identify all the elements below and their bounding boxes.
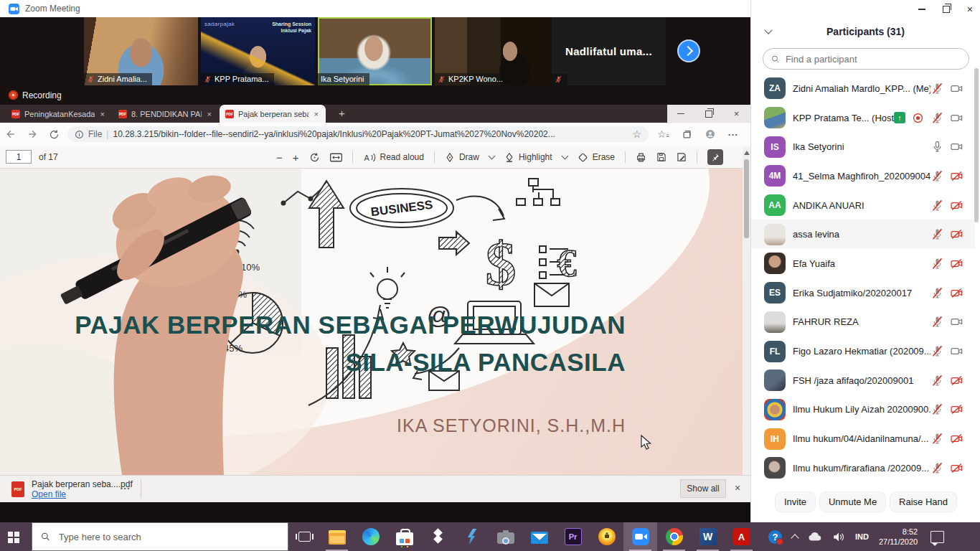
panel-scrollbar-thumb[interactable]: [974, 68, 979, 222]
participant-row[interactable]: FSH /jaza afifaqo/202009001: [751, 366, 975, 395]
favorite-star-icon[interactable]: ☆: [632, 128, 641, 140]
tray-expand-chevron-icon[interactable]: [791, 534, 798, 542]
back-button[interactable]: [0, 128, 22, 140]
participant-row[interactable]: Efa Yuaifa: [751, 249, 975, 278]
open-file-link[interactable]: Open file: [32, 489, 66, 499]
taskbar-app-premiere[interactable]: Pr: [556, 522, 590, 551]
highlight-label[interactable]: Highlight: [519, 152, 552, 162]
address-bar[interactable]: File | 10.28.3.215/bikin--folder--file--…: [67, 126, 649, 142]
browser-tab[interactable]: PDF Pajak berperan sebagai perwuju ×: [220, 105, 326, 123]
show-all-button[interactable]: Show all: [680, 479, 726, 498]
print-icon[interactable]: [636, 152, 646, 163]
participant-row[interactable]: IHIlmu hukum/04/Aidanilnamuna/...: [751, 424, 975, 453]
participant-row[interactable]: ISIka Setyorini: [751, 132, 975, 161]
speaker-icon[interactable]: [832, 532, 845, 542]
taskbar-app-word[interactable]: W: [691, 522, 725, 551]
participant-row[interactable]: KPP Pratama Te... (Host)↑: [751, 103, 975, 133]
browser-menu-icon[interactable]: •••: [728, 131, 738, 138]
taskbar-clock[interactable]: 8:52 27/11/2020: [879, 527, 918, 547]
draw-pen-icon[interactable]: [445, 152, 455, 163]
restore-button[interactable]: [698, 105, 720, 123]
pin-toolbar-button[interactable]: [707, 149, 723, 165]
zoom-in-button[interactable]: +: [293, 151, 299, 164]
erase-icon[interactable]: [578, 152, 588, 163]
help-notification-icon[interactable]: ?: [768, 530, 782, 544]
draw-label[interactable]: Draw: [459, 152, 479, 162]
participant-row[interactable]: FLFigo Lazaro Hekmatiar (202009...: [751, 336, 975, 366]
refresh-button[interactable]: [43, 129, 65, 140]
scrollbar-thumb[interactable]: [744, 159, 749, 238]
taskbar-app-store[interactable]: [387, 522, 421, 551]
taskbar-app-zap[interactable]: [455, 522, 489, 551]
fit-to-width-icon[interactable]: [330, 152, 342, 163]
tab-close-icon[interactable]: ×: [206, 110, 213, 118]
save-icon[interactable]: [656, 152, 666, 162]
taskbar-app-edge[interactable]: [354, 522, 387, 551]
zoom-out-button[interactable]: −: [276, 151, 283, 164]
draw-dropdown-icon[interactable]: [488, 153, 495, 160]
video-thumbnail[interactable]: Ika Setyorini: [318, 17, 432, 85]
close-button[interactable]: ×: [726, 105, 748, 123]
erase-label[interactable]: Erase: [593, 152, 615, 162]
invite-button[interactable]: Invite: [776, 492, 815, 512]
download-bar-close-icon[interactable]: ×: [735, 482, 740, 494]
highlight-pen-icon[interactable]: [504, 152, 514, 163]
panel-restore-button[interactable]: [943, 6, 950, 13]
tab-close-icon[interactable]: ×: [99, 110, 106, 118]
tab-close-icon[interactable]: ×: [313, 110, 320, 118]
taskbar-app-mail[interactable]: [522, 522, 556, 551]
minimize-button[interactable]: [670, 105, 692, 123]
read-aloud-icon[interactable]: A: [363, 152, 376, 163]
video-thumbnail[interactable]: Zidni Amalia...: [84, 17, 198, 85]
next-participants-button[interactable]: [677, 39, 700, 62]
panel-close-icon[interactable]: ×: [967, 4, 973, 15]
slide-title-line2: SILA-SILA PANCASILA: [345, 349, 626, 375]
participant-row[interactable]: Ilmu hukum/firarafiana /202009...: [751, 453, 975, 483]
participant-row[interactable]: FAHRUR REZA: [751, 308, 975, 337]
participant-row[interactable]: 4M41_Selma Maghfiroh_2020090040: [751, 161, 975, 191]
read-aloud-label[interactable]: Read aloud: [380, 152, 424, 162]
participant-row[interactable]: AAANDIKA ANUARI: [751, 191, 975, 220]
unmute-me-button[interactable]: Unmute Me: [820, 492, 885, 512]
start-button[interactable]: [0, 522, 32, 551]
onedrive-cloud-icon[interactable]: [808, 532, 822, 542]
action-center-icon[interactable]: [930, 531, 944, 543]
collections-icon[interactable]: [682, 129, 692, 140]
raise-hand-button[interactable]: Raise Hand: [890, 492, 956, 512]
taskbar-search-box[interactable]: [32, 522, 288, 551]
find-participant-box[interactable]: [763, 48, 969, 70]
taskbar-app-file-explorer[interactable]: [320, 522, 354, 551]
save-as-icon[interactable]: [677, 152, 687, 162]
taskbar-app-chrome[interactable]: [657, 522, 691, 551]
highlight-dropdown-icon[interactable]: [561, 153, 568, 160]
scroll-up-icon[interactable]: [744, 151, 750, 155]
panel-minimize-button[interactable]: [918, 9, 925, 9]
find-participant-input[interactable]: [784, 53, 961, 65]
download-more-icon[interactable]: •••: [121, 485, 131, 491]
new-tab-button[interactable]: +: [336, 108, 348, 120]
participant-row[interactable]: assa levina: [751, 220, 975, 249]
favorites-bar-icon[interactable]: ☆≡: [657, 128, 669, 140]
browser-tab[interactable]: PDF 8. PENDIDIKAN PANCASILA.pdf ×: [113, 105, 219, 123]
rotate-icon[interactable]: [309, 152, 320, 163]
task-view-button[interactable]: [288, 522, 320, 551]
video-thumbnail[interactable]: sadarpajakSharing SessionInklusi PajakKP…: [201, 17, 315, 85]
forward-button[interactable]: [22, 128, 43, 140]
taskbar-app-secure-browser[interactable]: [590, 522, 623, 551]
taskbar-app-zoom[interactable]: [623, 522, 657, 551]
language-indicator[interactable]: IND: [855, 532, 869, 541]
video-thumbnail[interactable]: Nadlifatul uma...: [552, 17, 666, 85]
taskbar-app-acrobat[interactable]: A: [725, 522, 758, 551]
taskbar-app-camera[interactable]: [489, 522, 522, 551]
taskbar-app-dropbox[interactable]: [421, 522, 455, 551]
browser-tab[interactable]: PDF PeningkatanKesadaranPajakDala ×: [6, 105, 112, 123]
participant-row[interactable]: ZAZidni Amaliah Mardlo_KPP... (Me): [751, 74, 975, 103]
page-number-input[interactable]: [6, 150, 32, 164]
participant-row[interactable]: Ilmu Hukum Lily Aizah 20200900...: [751, 395, 975, 425]
participant-row[interactable]: ESErika Sudjatmiko/202020017: [751, 278, 975, 308]
taskbar-search-input[interactable]: [57, 531, 279, 543]
profile-avatar-icon[interactable]: [705, 128, 716, 140]
zoom-icon: [632, 528, 649, 545]
video-thumbnail[interactable]: KP2KP Wono...: [435, 17, 549, 85]
pdf-scrollbar[interactable]: [743, 148, 750, 475]
